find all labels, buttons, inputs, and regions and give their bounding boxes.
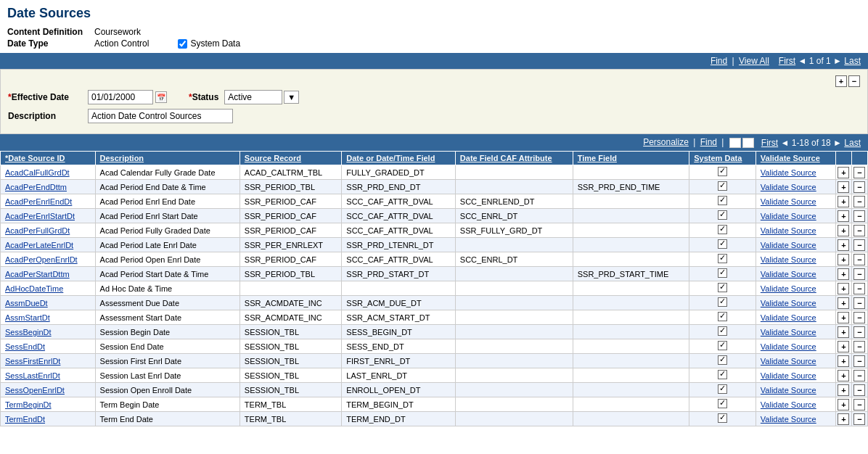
cell-id[interactable]: AcadPerFullGrdDt <box>1 223 96 238</box>
cell-id[interactable]: SessBeginDt <box>1 325 96 339</box>
row-add-button[interactable]: + <box>838 355 849 367</box>
row-remove-button[interactable]: − <box>853 268 865 280</box>
cell-validate-source[interactable]: Validate Source <box>756 252 835 267</box>
row-add-button[interactable]: + <box>838 181 849 193</box>
table-find-link[interactable]: Find <box>700 137 717 147</box>
cell-id[interactable]: AdHocDateTime <box>1 281 96 296</box>
cell-id[interactable]: SessFirstEnrlDt <box>1 354 96 368</box>
validate-source-link[interactable]: Validate Source <box>761 313 816 322</box>
row-remove-button[interactable]: − <box>853 341 865 352</box>
cell-validate-source[interactable]: Validate Source <box>756 296 835 310</box>
row-remove-button[interactable]: − <box>853 254 865 265</box>
cell-validate-source[interactable]: Validate Source <box>756 180 835 194</box>
validate-source-link[interactable]: Validate Source <box>761 328 816 337</box>
cell-validate-source[interactable]: Validate Source <box>756 194 835 209</box>
row-add-button[interactable]: + <box>838 384 849 396</box>
validate-source-link[interactable]: Validate Source <box>761 270 816 278</box>
status-input[interactable] <box>224 90 282 104</box>
row-remove-button[interactable]: − <box>853 399 865 410</box>
validate-source-link[interactable]: Validate Source <box>761 226 816 235</box>
row-remove-button[interactable]: − <box>853 384 865 396</box>
cell-validate-source[interactable]: Validate Source <box>756 209 835 223</box>
cell-validate-source[interactable]: Validate Source <box>756 165 835 180</box>
cell-validate-source[interactable]: Validate Source <box>756 325 835 339</box>
validate-source-link[interactable]: Validate Source <box>761 241 816 249</box>
cell-validate-source[interactable]: Validate Source <box>756 368 835 383</box>
cell-id[interactable]: AcadPerOpenEnrlDt <box>1 252 96 267</box>
cell-id-link[interactable]: AcadPerFullGrdDt <box>5 226 70 235</box>
validate-source-link[interactable]: Validate Source <box>761 197 816 206</box>
cell-validate-source[interactable]: Validate Source <box>756 354 835 368</box>
cell-id[interactable]: AcadPerLateEnrlDt <box>1 238 96 252</box>
cell-id-link[interactable]: AssmStartDt <box>5 313 50 322</box>
col-system-data-link[interactable]: System Data <box>694 154 742 162</box>
cell-id-link[interactable]: TermEndDt <box>5 415 45 424</box>
first-label[interactable]: First <box>779 56 795 66</box>
row-remove-button[interactable]: − <box>853 167 865 178</box>
remove-button-top[interactable]: − <box>848 75 860 87</box>
table-last-label[interactable]: Last <box>844 138 861 148</box>
col-caf-attribute-link[interactable]: Date Field CAF Attribute <box>460 154 552 162</box>
cell-validate-source[interactable]: Validate Source <box>756 238 835 252</box>
table-first-label[interactable]: First <box>761 138 778 148</box>
system-data-checkbox[interactable] <box>178 39 187 49</box>
col-validate-source-link[interactable]: Validate Source <box>761 154 820 162</box>
cell-validate-source[interactable]: Validate Source <box>756 267 835 281</box>
row-add-button[interactable]: + <box>838 370 849 381</box>
row-add-button[interactable]: + <box>838 399 849 410</box>
validate-source-link[interactable]: Validate Source <box>761 400 816 409</box>
row-remove-button[interactable]: − <box>853 225 865 236</box>
validate-source-link[interactable]: Validate Source <box>761 342 816 351</box>
cell-validate-source[interactable]: Validate Source <box>756 310 835 325</box>
cell-id[interactable]: AcadPerEndDttm <box>1 180 96 194</box>
description-input[interactable] <box>88 109 233 123</box>
row-add-button[interactable]: + <box>838 167 849 178</box>
validate-source-link[interactable]: Validate Source <box>761 371 816 380</box>
cell-validate-source[interactable]: Validate Source <box>756 281 835 296</box>
grid-view-icon[interactable]: ▦ <box>729 138 741 148</box>
cell-id-link[interactable]: AcadPerEndDttm <box>5 183 67 191</box>
cell-id-link[interactable]: SessOpenEnrlDt <box>5 386 65 395</box>
cell-id-link[interactable]: TermBeginDt <box>5 400 52 409</box>
calendar-icon[interactable]: 📅 <box>155 91 167 103</box>
row-add-button[interactable]: + <box>838 297 849 309</box>
row-remove-button[interactable]: − <box>853 283 865 294</box>
cell-id[interactable]: AcadPerEnrlEndDt <box>1 194 96 209</box>
cell-id-link[interactable]: AcadPerLateEnrlDt <box>5 241 73 249</box>
cell-id-link[interactable]: AdHocDateTime <box>5 284 63 293</box>
row-add-button[interactable]: + <box>838 413 849 425</box>
validate-source-link[interactable]: Validate Source <box>761 255 816 264</box>
cell-id-link[interactable]: AcadPerEnrlEndDt <box>5 197 72 206</box>
cell-id-link[interactable]: SessFirstEnrlDt <box>5 357 60 366</box>
cell-id[interactable]: TermEndDt <box>1 412 96 426</box>
row-add-button[interactable]: + <box>838 312 849 323</box>
row-add-button[interactable]: + <box>838 283 849 294</box>
list-view-icon[interactable]: ☰ <box>742 138 754 148</box>
row-add-button[interactable]: + <box>838 326 849 338</box>
row-add-button[interactable]: + <box>838 225 849 236</box>
validate-source-link[interactable]: Validate Source <box>761 212 816 220</box>
cell-id[interactable]: AcadPerEnrlStartDt <box>1 209 96 223</box>
row-remove-button[interactable]: − <box>853 355 865 367</box>
cell-id-link[interactable]: AcadPerEnrlStartDt <box>5 212 75 220</box>
cell-id-link[interactable]: SessLastEnrlDt <box>5 371 60 380</box>
row-add-button[interactable]: + <box>838 254 849 265</box>
effective-date-input[interactable] <box>88 90 153 104</box>
row-remove-button[interactable]: − <box>853 297 865 309</box>
status-dropdown[interactable]: ▼ <box>284 91 299 104</box>
add-button-top[interactable]: + <box>835 75 847 87</box>
cell-id[interactable]: AcadPerStartDttm <box>1 267 96 281</box>
cell-id[interactable]: SessOpenEnrlDt <box>1 383 96 397</box>
row-remove-button[interactable]: − <box>853 196 865 207</box>
row-remove-button[interactable]: − <box>853 239 865 251</box>
row-add-button[interactable]: + <box>838 210 849 222</box>
cell-id-link[interactable]: AssmDueDt <box>5 299 48 308</box>
col-id-link[interactable]: *Date Source ID <box>5 154 65 162</box>
row-add-button[interactable]: + <box>838 268 849 280</box>
validate-source-link[interactable]: Validate Source <box>761 357 816 366</box>
cell-validate-source[interactable]: Validate Source <box>756 383 835 397</box>
cell-id[interactable]: AcadCalFullGrdDt <box>1 165 96 180</box>
cell-id-link[interactable]: AcadPerStartDttm <box>5 270 70 278</box>
cell-validate-source[interactable]: Validate Source <box>756 223 835 238</box>
validate-source-link[interactable]: Validate Source <box>761 284 816 293</box>
